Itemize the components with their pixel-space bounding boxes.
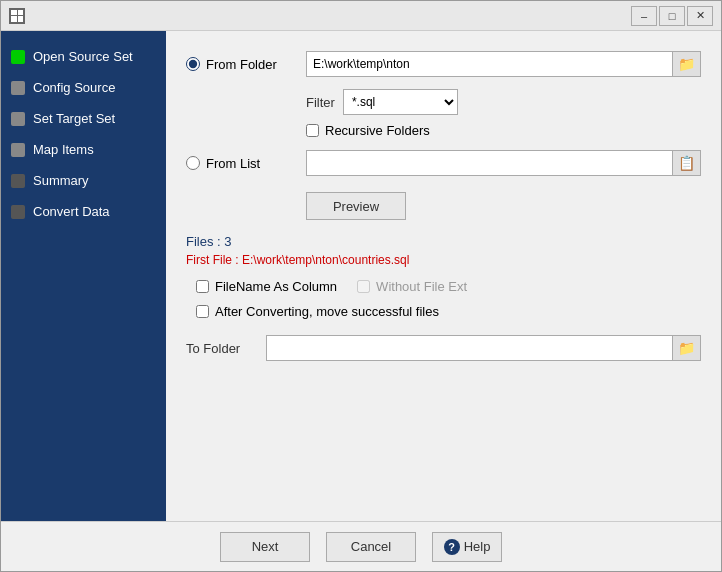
sidebar-indicator-summary: [11, 174, 25, 188]
cancel-button[interactable]: Cancel: [326, 532, 416, 562]
from-list-row: From List 📋: [186, 150, 701, 176]
filename-as-column-label: FileName As Column: [215, 279, 337, 294]
from-list-input[interactable]: [306, 150, 673, 176]
folder-list-icon: 📋: [678, 155, 695, 171]
title-bar: – □ ✕: [1, 1, 721, 31]
sidebar-item-set-target-set[interactable]: Set Target Set: [1, 103, 166, 134]
minimize-button[interactable]: –: [631, 6, 657, 26]
filename-row: FileName As Column Without File Ext: [186, 279, 701, 294]
without-file-ext-label: Without File Ext: [376, 279, 467, 294]
from-folder-input[interactable]: [306, 51, 673, 77]
to-folder-row: To Folder 📁: [186, 335, 701, 361]
sidebar-indicator-map-items: [11, 143, 25, 157]
files-count: Files : 3: [186, 234, 701, 249]
browse-list-button[interactable]: 📋: [673, 150, 701, 176]
filter-label: Filter: [306, 95, 335, 110]
after-convert-row[interactable]: After Converting, move successful files: [186, 304, 701, 319]
help-button[interactable]: ? Help: [432, 532, 502, 562]
preview-section: Preview: [186, 192, 701, 220]
browse-to-folder-button[interactable]: 📁: [673, 335, 701, 361]
from-folder-radio-label[interactable]: From Folder: [186, 57, 306, 72]
main-panel: From Folder 📁 Filter *.sql *.csv *.txt *…: [166, 31, 721, 521]
folder-icon: 📁: [678, 56, 695, 72]
main-window: – □ ✕ Open Source Set Config Source Set …: [0, 0, 722, 572]
sidebar-item-map-items[interactable]: Map Items: [1, 134, 166, 165]
from-folder-radio[interactable]: [186, 57, 200, 71]
folder-to-icon: 📁: [678, 340, 695, 356]
maximize-button[interactable]: □: [659, 6, 685, 26]
title-bar-controls: – □ ✕: [631, 6, 713, 26]
title-bar-left: [9, 8, 25, 24]
to-folder-input[interactable]: [266, 335, 673, 361]
sidebar-indicator-convert-data: [11, 205, 25, 219]
from-list-radio-label[interactable]: From List: [186, 156, 306, 171]
filter-row: Filter *.sql *.csv *.txt *.xml: [186, 89, 701, 115]
sidebar-label-open-source-set: Open Source Set: [33, 49, 133, 64]
sidebar-label-config-source: Config Source: [33, 80, 115, 95]
help-icon: ?: [444, 539, 460, 555]
preview-button[interactable]: Preview: [306, 192, 406, 220]
browse-folder-button[interactable]: 📁: [673, 51, 701, 77]
from-folder-label: From Folder: [206, 57, 277, 72]
sidebar-indicator-set-target-set: [11, 112, 25, 126]
sidebar-item-convert-data[interactable]: Convert Data: [1, 196, 166, 227]
close-button[interactable]: ✕: [687, 6, 713, 26]
recursive-folders-checkbox[interactable]: [306, 124, 319, 137]
sidebar-label-summary: Summary: [33, 173, 89, 188]
recursive-folders-label: Recursive Folders: [325, 123, 430, 138]
filename-as-column-checkbox[interactable]: [196, 280, 209, 293]
from-folder-row: From Folder 📁: [186, 51, 701, 77]
sidebar-label-set-target-set: Set Target Set: [33, 111, 115, 126]
next-button[interactable]: Next: [220, 532, 310, 562]
sidebar: Open Source Set Config Source Set Target…: [1, 31, 166, 521]
sidebar-label-map-items: Map Items: [33, 142, 94, 157]
from-list-label: From List: [206, 156, 260, 171]
help-label: Help: [464, 539, 491, 554]
to-folder-label: To Folder: [186, 341, 266, 356]
sidebar-label-convert-data: Convert Data: [33, 204, 110, 219]
app-icon: [9, 8, 25, 24]
from-list-radio[interactable]: [186, 156, 200, 170]
main-content: Open Source Set Config Source Set Target…: [1, 31, 721, 521]
without-file-ext-check: Without File Ext: [357, 279, 467, 294]
bottom-bar: Next Cancel ? Help: [1, 521, 721, 571]
recursive-folders-row[interactable]: Recursive Folders: [186, 123, 701, 138]
sidebar-item-open-source-set[interactable]: Open Source Set: [1, 41, 166, 72]
without-file-ext-checkbox[interactable]: [357, 280, 370, 293]
sidebar-item-summary[interactable]: Summary: [1, 165, 166, 196]
sidebar-item-config-source[interactable]: Config Source: [1, 72, 166, 103]
filename-as-column-check[interactable]: FileName As Column: [196, 279, 337, 294]
after-converting-label: After Converting, move successful files: [215, 304, 439, 319]
sidebar-indicator-open-source-set: [11, 50, 25, 64]
sidebar-indicator-config-source: [11, 81, 25, 95]
after-converting-checkbox[interactable]: [196, 305, 209, 318]
first-file-info: First File : E:\work\temp\nton\countries…: [186, 253, 701, 267]
filter-select[interactable]: *.sql *.csv *.txt *.xml: [343, 89, 458, 115]
